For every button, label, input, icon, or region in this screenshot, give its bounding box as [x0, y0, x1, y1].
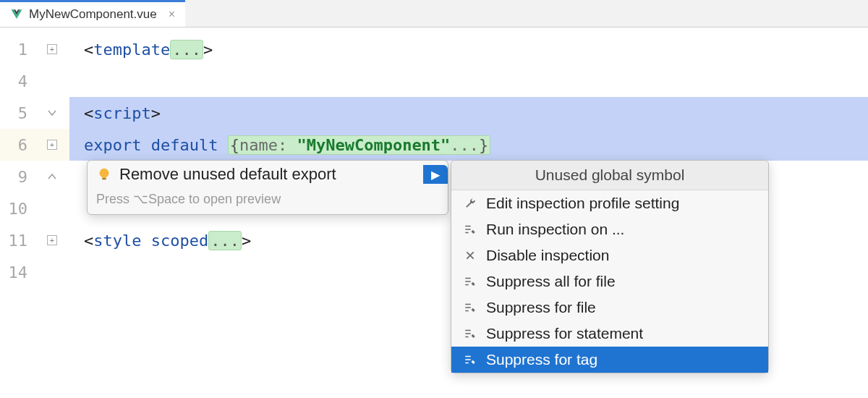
run-pencil-icon — [463, 300, 477, 315]
fold-area — [35, 108, 69, 118]
fold-toggle[interactable]: + — [47, 140, 57, 150]
submenu-item-label: Suppress for statement — [486, 325, 643, 342]
line-number: 1 — [0, 41, 35, 59]
gutter-row: 1 + — [0, 33, 69, 65]
intention-label: Remove unused default export — [119, 165, 423, 184]
submenu-item-label: Edit inspection profile setting — [486, 195, 679, 212]
string-literal: "MyNewComponent" — [297, 136, 450, 154]
keyword-template: template — [93, 41, 170, 59]
submenu-item[interactable]: Suppress for statement — [451, 321, 768, 347]
run-pencil-icon — [463, 274, 477, 289]
submenu-item[interactable]: Run inspection on ... — [451, 216, 768, 242]
code-line: <template...> — [69, 33, 868, 65]
gutter-row: 11 + — [0, 224, 69, 256]
submenu-item[interactable]: Suppress for file — [451, 295, 768, 321]
code-line — [69, 65, 868, 97]
fold-toggle[interactable]: + — [47, 44, 57, 54]
punct: > — [203, 41, 213, 59]
lightbulb-icon — [96, 166, 112, 182]
punct: > — [151, 104, 161, 122]
wrench-icon — [463, 196, 477, 211]
submenu-item-label: Disable inspection — [486, 247, 609, 264]
intention-popup: Remove unused default export ▶ Press ⌥Sp… — [87, 160, 448, 215]
line-number: 14 — [0, 263, 35, 281]
fold-toggle[interactable] — [47, 108, 57, 118]
svg-rect-1 — [102, 178, 106, 180]
intention-hint: Press ⌥Space to open preview — [88, 188, 448, 214]
submenu-item-label: Suppress all for file — [486, 273, 616, 290]
run-pencil-icon — [463, 222, 477, 237]
fold-area: + — [35, 235, 69, 245]
punct: < — [84, 104, 93, 122]
gutter-row: 4 — [0, 65, 69, 97]
keyword-script: script — [93, 104, 150, 122]
tab-bar: MyNewComponent.vue × — [0, 0, 868, 27]
code-line: <script> — [69, 97, 868, 129]
submenu-item[interactable]: Disable inspection — [451, 242, 768, 268]
gutter-row: 5 — [0, 97, 69, 129]
vue-icon — [10, 8, 23, 21]
submenu-item[interactable]: Suppress all for file — [451, 268, 768, 295]
line-number: 10 — [0, 200, 35, 218]
fold-toggle[interactable]: + — [47, 235, 57, 245]
ellipsis: ... — [450, 136, 479, 154]
line-number: 9 — [0, 168, 35, 186]
punct: < — [84, 232, 93, 250]
code-line: export default {name: "MyNewComponent"..… — [69, 129, 868, 161]
submenu-item-label: Run inspection on ... — [486, 221, 624, 238]
fold-area — [35, 172, 69, 182]
intention-submenu: Unused global symbol Edit inspection pro… — [451, 160, 769, 373]
tab-filename: MyNewComponent.vue — [29, 7, 157, 22]
fold-area: + — [35, 140, 69, 150]
brace: { — [230, 136, 239, 154]
svg-point-0 — [100, 169, 109, 178]
intention-action[interactable]: Remove unused default export ▶ — [88, 161, 448, 188]
gutter: 1 + 4 5 6 + 9 — [0, 27, 69, 288]
submenu-item[interactable]: Suppress for tag — [451, 347, 768, 373]
keyword-style: style — [93, 232, 141, 250]
fold-toggle[interactable] — [47, 172, 57, 182]
folded-ellipsis[interactable]: ... — [208, 231, 242, 250]
line-number: 11 — [0, 232, 35, 250]
gutter-row: 9 — [0, 161, 69, 192]
submenu-item[interactable]: Edit inspection profile setting — [451, 190, 768, 216]
keyword-export: export — [84, 136, 141, 154]
line-number: 6 — [0, 136, 35, 154]
run-pencil-icon — [463, 326, 477, 341]
folded-object[interactable]: {name: "MyNewComponent"...} — [228, 135, 491, 155]
line-number: 5 — [0, 104, 35, 122]
gutter-row: 14 — [0, 256, 69, 288]
submenu-header: Unused global symbol — [451, 161, 768, 190]
intention-expand-arrow[interactable]: ▶ — [423, 165, 448, 184]
brace: } — [479, 136, 488, 154]
punct: < — [84, 41, 93, 59]
editor-tab[interactable]: MyNewComponent.vue × — [0, 0, 185, 27]
gutter-row: 6 + — [0, 129, 69, 161]
tab-close-button[interactable]: × — [169, 8, 175, 21]
close-icon — [463, 248, 477, 263]
keyword-default: default — [151, 136, 218, 154]
folded-ellipsis[interactable]: ... — [170, 40, 203, 59]
line-number: 4 — [0, 72, 35, 90]
keyword-scoped: scoped — [151, 232, 208, 250]
gutter-row: 10 — [0, 192, 69, 224]
prop-key: name: — [239, 136, 287, 154]
submenu-item-label: Suppress for tag — [486, 351, 597, 368]
fold-area: + — [35, 44, 69, 54]
submenu-item-label: Suppress for file — [486, 299, 596, 316]
punct: > — [242, 232, 251, 250]
run-pencil-icon — [463, 352, 477, 367]
